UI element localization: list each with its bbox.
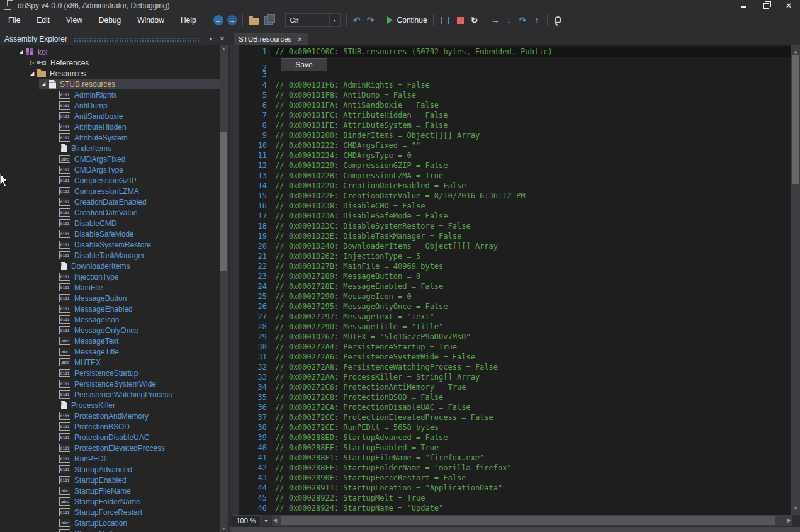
- tree-item-label: StartupLocation: [74, 519, 127, 528]
- tree-item-messageicon[interactable]: MessageIcon: [0, 314, 228, 325]
- chevron-down-icon[interactable]: ▾: [205, 35, 217, 42]
- tree-item-persistencestartup[interactable]: PersistenceStartup: [0, 368, 228, 378]
- scroll-down-icon[interactable]: ▼: [220, 526, 228, 531]
- tree-item-attributehidden[interactable]: AttributeHidden: [0, 122, 228, 132]
- menu-debug[interactable]: Debug: [91, 13, 129, 27]
- zoom-dropdown-icon[interactable]: ▾: [261, 515, 271, 526]
- tree-item-cmdargsfixed[interactable]: CMDArgsFixed: [0, 154, 228, 164]
- tree-item-compressionlzma[interactable]: CompressionLZMA: [0, 186, 228, 196]
- tree-item-messagetext[interactable]: MessageText: [0, 336, 228, 346]
- tree-item-stub.resources[interactable]: ◢STUB.resources: [0, 79, 228, 89]
- tree-item-protectionbsod[interactable]: ProtectionBSOD: [0, 421, 228, 432]
- tree-item-messagetitle[interactable]: MessageTitle: [0, 346, 228, 357]
- menu-help[interactable]: Help: [172, 13, 205, 27]
- hscroll-thumb[interactable]: [281, 516, 775, 525]
- continue[interactable]: Continue: [385, 13, 430, 27]
- save-all-icon[interactable]: [261, 13, 276, 27]
- tree-item-startupenabled[interactable]: StartupEnabled: [0, 475, 228, 485]
- expander-collapsed-icon[interactable]: ▷: [28, 60, 37, 65]
- tree-item-runpedll[interactable]: RunPEDll: [0, 453, 228, 464]
- tree-item-downloaderitems[interactable]: DownloaderItems: [0, 261, 228, 271]
- tree-item-protectionelevatedprocess[interactable]: ProtectionElevatedProcess: [0, 443, 228, 453]
- expander-expanded-icon[interactable]: ◢: [16, 49, 25, 55]
- expander-expanded-icon[interactable]: ◢: [39, 81, 48, 87]
- tree-item-startupmelt[interactable]: StartupMelt: [0, 528, 228, 532]
- menu-view[interactable]: View: [58, 13, 91, 27]
- scroll-left-icon[interactable]: ◀: [273, 518, 277, 523]
- close-icon[interactable]: [777, 0, 800, 11]
- tree-item-disabletaskmanager[interactable]: DisableTaskManager: [0, 250, 228, 261]
- tree-item-compressiongzip[interactable]: CompressionGZIP: [0, 175, 228, 186]
- undo-icon[interactable]: ↶: [350, 13, 364, 27]
- scroll-up-icon[interactable]: ▲: [220, 47, 228, 51]
- language-combo[interactable]: C#▾: [283, 13, 343, 27]
- assembly-tree[interactable]: ◢koi▷References◢Resources◢STUB.resources…: [0, 45, 228, 532]
- scroll-down-icon[interactable]: ▼: [791, 504, 800, 514]
- editor-horizontal-scrollbar[interactable]: ◀ ▶: [272, 515, 792, 526]
- scroll-right-icon[interactable]: ▶: [787, 518, 791, 523]
- tree-item-messageenabled[interactable]: MessageEnabled: [0, 303, 228, 314]
- tree-item-startupfilename[interactable]: StartupFileName: [0, 485, 228, 496]
- restart-icon[interactable]: ↻: [468, 13, 482, 27]
- show-next-statement-icon[interactable]: →: [488, 13, 502, 27]
- save-button[interactable]: Save: [281, 58, 327, 71]
- tree-item-cmdargstype[interactable]: CMDArgsType: [0, 164, 228, 175]
- tree-item-creationdateenabled[interactable]: CreationDateEnabled: [0, 196, 228, 207]
- nav-back-icon[interactable]: ←: [211, 13, 225, 27]
- tree-item-messagebutton[interactable]: MessageButton: [0, 293, 228, 303]
- editor-scroll-thumb[interactable]: [792, 55, 799, 184]
- tree-item-processkiller[interactable]: ProcessKiller: [0, 400, 228, 410]
- tree-item-startupadvanced[interactable]: StartupAdvanced: [0, 464, 228, 475]
- panel-close-icon[interactable]: ✕: [217, 35, 228, 42]
- tree-item-messageonlyonce[interactable]: MessageOnlyOnce: [0, 325, 228, 336]
- redo-icon[interactable]: ↷: [364, 13, 378, 27]
- step-into-icon[interactable]: ↓: [502, 13, 516, 27]
- open-file-icon[interactable]: [246, 13, 261, 27]
- tree-item-disablesystemrestore[interactable]: DisableSystemRestore: [0, 239, 228, 250]
- menu-edit[interactable]: Edit: [28, 13, 58, 27]
- search-icon[interactable]: [551, 13, 565, 27]
- tree-item-references[interactable]: ▷References: [0, 57, 228, 68]
- tree-scrollbar[interactable]: ▲ ▼: [220, 45, 228, 532]
- zoom-level[interactable]: 100 %: [232, 515, 261, 526]
- menu-window[interactable]: Window: [129, 13, 172, 27]
- combo-dropdown-icon[interactable]: ▾: [329, 14, 340, 26]
- menu-file[interactable]: File: [0, 13, 28, 27]
- tree-scroll-thumb[interactable]: [220, 132, 227, 271]
- comment-text: // 0x0001D22D: CreationDateEnabled = Fal…: [275, 181, 466, 190]
- step-out-icon[interactable]: ↑: [530, 13, 544, 27]
- restore-icon[interactable]: [755, 0, 777, 11]
- tree-item-disablecmd[interactable]: DisableCMD: [0, 218, 228, 229]
- tree-item-antidump[interactable]: AntiDump: [0, 100, 228, 111]
- minimize-icon[interactable]: [732, 0, 755, 11]
- tab-close-icon[interactable]: ✕: [297, 36, 302, 43]
- tree-item-attributesystem[interactable]: AttributeSystem: [0, 132, 228, 143]
- comment-text: // 0x0001D267: MUTEX = "5lq1GcZcP9aDUv7M…: [275, 332, 471, 341]
- stop-debugging-icon[interactable]: [453, 13, 468, 27]
- step-over-icon[interactable]: ↷: [516, 13, 530, 27]
- tree-item-koi[interactable]: ◢koi: [0, 47, 228, 57]
- tree-item-mutex[interactable]: MUTEX: [0, 357, 228, 368]
- tree-item-persistencewatchingprocess[interactable]: PersistenceWatchingProcess: [0, 389, 228, 400]
- tree-item-startuplocation[interactable]: StartupLocation: [0, 518, 228, 528]
- break-icon[interactable]: [437, 13, 453, 27]
- expander-expanded-icon[interactable]: ◢: [28, 71, 37, 76]
- tree-item-persistencesystemwide[interactable]: PersistenceSystemWide: [0, 378, 228, 389]
- tree-item-disablesafemode[interactable]: DisableSafeMode: [0, 229, 228, 239]
- editor-vertical-scrollbar[interactable]: ▲ ▼: [791, 45, 800, 515]
- tree-item-startupfoldername[interactable]: StartupFolderName: [0, 496, 228, 507]
- tree-item-antisandboxie[interactable]: AntiSandboxie: [0, 111, 228, 122]
- tree-item-mainfile[interactable]: MainFile: [0, 282, 228, 293]
- tree-item-protectiondisableuac[interactable]: ProtectionDisableUAC: [0, 432, 228, 443]
- tree-item-startupforcerestart[interactable]: StartupForceRestart: [0, 507, 228, 518]
- tab-stub-resources[interactable]: STUB.resources ✕: [234, 33, 308, 45]
- tree-item-resources[interactable]: ◢Resources: [0, 68, 228, 79]
- tree-item-adminrights[interactable]: AdminRights: [0, 89, 228, 100]
- tree-item-creationdatevalue[interactable]: CreationDateValue: [0, 207, 228, 218]
- nav-forward-icon[interactable]: →: [225, 13, 239, 27]
- code-view[interactable]: 1 // 0x0001C90C: STUB.resources (50792 b…: [230, 45, 800, 515]
- tree-item-protectionantimemory[interactable]: ProtectionAntiMemory: [0, 410, 228, 421]
- assembly-explorer-header[interactable]: Assembly Explorer ▾ ✕: [0, 33, 228, 45]
- tree-item-injectiontype[interactable]: InjectionType: [0, 271, 228, 282]
- tree-item-binderitems[interactable]: BinderItems: [0, 143, 228, 154]
